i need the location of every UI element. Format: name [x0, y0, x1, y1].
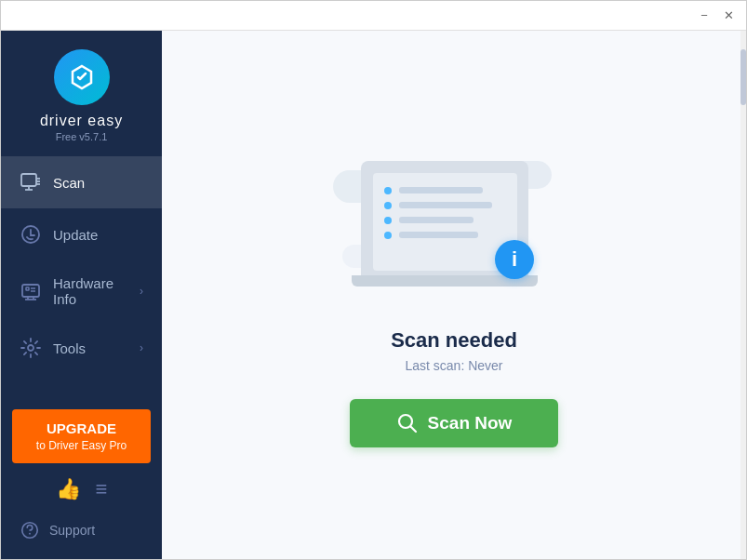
- scan-now-button[interactable]: Scan Now: [350, 399, 559, 447]
- support-icon: [20, 520, 40, 540]
- screen-bar-1: [399, 187, 483, 193]
- svg-rect-11: [26, 287, 29, 290]
- svg-point-16: [29, 533, 31, 535]
- sidebar-bottom-icons: 👍 ≡: [56, 477, 108, 501]
- scan-now-icon: [396, 412, 419, 434]
- scan-illustration: i: [342, 142, 566, 310]
- upgrade-button[interactable]: UPGRADE to Driver Easy Pro: [12, 409, 151, 463]
- svg-line-18: [410, 427, 416, 433]
- screen-bar-4: [399, 232, 478, 238]
- svg-point-14: [28, 345, 33, 351]
- app-content: driver easy Free v5.7.1 Scan: [1, 31, 746, 559]
- scrollbar-track[interactable]: [740, 31, 746, 559]
- app-logo: driver easy Free v5.7.1: [1, 31, 162, 156]
- screen-bar-2: [399, 202, 492, 208]
- info-icon: i: [512, 247, 517, 272]
- screen-dot-2: [384, 202, 392, 209]
- minimize-button[interactable]: −: [696, 7, 713, 24]
- sidebar-item-hardware-info[interactable]: Hardware Info ›: [1, 260, 162, 322]
- list-icon[interactable]: ≡: [96, 477, 108, 501]
- thumbs-up-icon[interactable]: 👍: [56, 477, 81, 501]
- screen-line-3: [384, 217, 506, 224]
- svg-rect-0: [21, 174, 36, 186]
- nav-menu: Scan Update: [1, 156, 162, 400]
- logo-icon: [54, 49, 110, 105]
- sidebar-item-tools[interactable]: Tools ›: [1, 322, 162, 374]
- tools-nav-label: Tools: [53, 340, 140, 356]
- upgrade-line2: to Driver Easy Pro: [21, 438, 141, 454]
- upgrade-line1: UPGRADE: [21, 419, 141, 438]
- sidebar-bottom: 👍 ≡ Support: [1, 477, 162, 559]
- screen-dot-1: [384, 187, 392, 194]
- screen-bar-3: [399, 217, 474, 223]
- sidebar: driver easy Free v5.7.1 Scan: [1, 31, 162, 559]
- info-badge: i: [495, 240, 534, 279]
- screen-line-1: [384, 187, 506, 194]
- tools-icon: [20, 337, 42, 359]
- close-button[interactable]: ✕: [720, 7, 737, 24]
- scan-now-label: Scan Now: [428, 413, 513, 433]
- screen-dot-3: [384, 217, 392, 224]
- sidebar-item-support[interactable]: Support: [1, 511, 162, 550]
- main-content: i Scan needed Last scan: Never Scan Now: [162, 31, 746, 559]
- app-version-label: Free v5.7.1: [56, 131, 108, 142]
- hardware-icon: [20, 280, 42, 302]
- app-name-label: driver easy: [40, 113, 123, 129]
- sidebar-item-update[interactable]: Update: [1, 208, 162, 260]
- scan-needed-title: Scan needed: [391, 328, 517, 353]
- screen-line-2: [384, 202, 506, 209]
- main-window: − ✕ driver easy Free v5.7.1: [0, 0, 747, 560]
- tools-arrow-icon: ›: [140, 341, 143, 354]
- laptop-container: i: [342, 142, 547, 296]
- titlebar: − ✕: [1, 1, 746, 31]
- update-nav-label: Update: [53, 227, 143, 243]
- hardware-arrow-icon: ›: [140, 285, 143, 298]
- support-label: Support: [49, 523, 95, 538]
- update-icon: [20, 223, 42, 246]
- scan-nav-label: Scan: [53, 175, 143, 191]
- scan-icon: [20, 171, 42, 193]
- logo-svg: [65, 60, 99, 94]
- scrollbar-thumb[interactable]: [740, 49, 746, 105]
- screen-dot-4: [384, 232, 392, 239]
- last-scan-label: Last scan: Never: [405, 358, 502, 373]
- screen-line-4: [384, 232, 506, 239]
- sidebar-item-scan[interactable]: Scan: [1, 156, 162, 208]
- hardware-nav-label: Hardware Info: [53, 275, 140, 307]
